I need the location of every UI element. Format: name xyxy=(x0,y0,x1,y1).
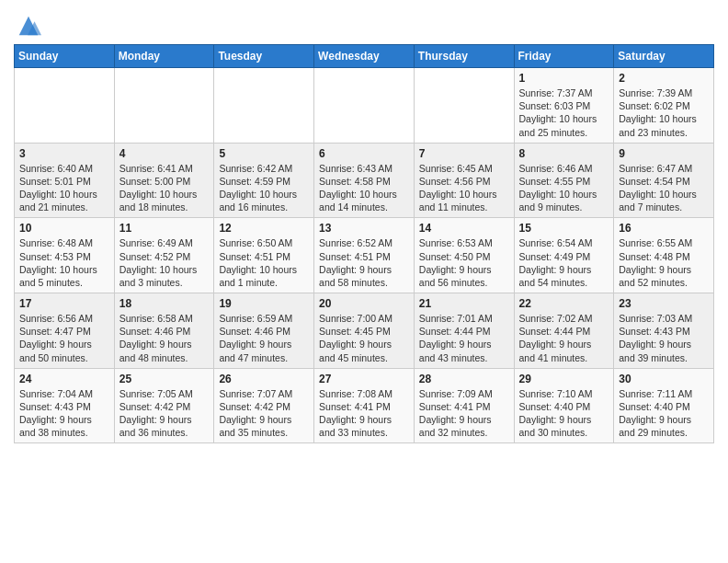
day-number: 15 xyxy=(519,222,609,235)
day-number: 30 xyxy=(619,373,709,385)
calendar-cell: 24Sunrise: 7:04 AMSunset: 4:43 PMDayligh… xyxy=(15,368,115,443)
day-number: 2 xyxy=(619,72,709,85)
day-number: 10 xyxy=(19,222,109,235)
calendar-cell xyxy=(214,68,314,144)
calendar-cell: 16Sunrise: 6:55 AMSunset: 4:48 PMDayligh… xyxy=(614,218,714,293)
day-number: 28 xyxy=(419,373,509,385)
day-info: Sunrise: 6:55 AMSunset: 4:48 PMDaylight:… xyxy=(619,236,709,289)
day-info: Sunrise: 6:54 AMSunset: 4:49 PMDaylight:… xyxy=(519,236,609,289)
day-number: 18 xyxy=(119,297,210,310)
day-number: 7 xyxy=(419,147,509,160)
weekday-header-thursday: Thursday xyxy=(414,45,514,68)
day-info: Sunrise: 7:08 AMSunset: 4:41 PMDaylight:… xyxy=(319,387,409,440)
calendar-cell: 17Sunrise: 6:56 AMSunset: 4:47 PMDayligh… xyxy=(15,293,115,369)
day-info: Sunrise: 7:10 AMSunset: 4:40 PMDaylight:… xyxy=(519,387,609,440)
day-info: Sunrise: 7:05 AMSunset: 4:42 PMDaylight:… xyxy=(119,387,210,440)
calendar-cell: 8Sunrise: 6:46 AMSunset: 4:55 PMDaylight… xyxy=(514,143,614,218)
calendar-cell: 6Sunrise: 6:43 AMSunset: 4:58 PMDaylight… xyxy=(314,143,415,218)
day-number: 1 xyxy=(519,72,609,85)
calendar-cell: 28Sunrise: 7:09 AMSunset: 4:41 PMDayligh… xyxy=(414,368,514,443)
calendar-cell: 10Sunrise: 6:48 AMSunset: 4:53 PMDayligh… xyxy=(15,218,115,293)
calendar-week-3: 10Sunrise: 6:48 AMSunset: 4:53 PMDayligh… xyxy=(15,218,714,293)
header xyxy=(14,9,714,39)
day-number: 24 xyxy=(19,373,109,385)
day-info: Sunrise: 7:37 AMSunset: 6:03 PMDaylight:… xyxy=(519,86,609,139)
calendar-cell: 29Sunrise: 7:10 AMSunset: 4:40 PMDayligh… xyxy=(514,368,614,443)
day-number: 9 xyxy=(619,147,709,160)
weekday-header-monday: Monday xyxy=(114,45,214,68)
calendar-cell xyxy=(15,68,115,144)
calendar-cell: 5Sunrise: 6:42 AMSunset: 4:59 PMDaylight… xyxy=(214,143,314,218)
weekday-row: SundayMondayTuesdayWednesdayThursdayFrid… xyxy=(15,45,714,68)
page: SundayMondayTuesdayWednesdayThursdayFrid… xyxy=(0,0,728,563)
weekday-header-sunday: Sunday xyxy=(15,45,115,68)
day-info: Sunrise: 6:41 AMSunset: 5:00 PMDaylight:… xyxy=(119,162,210,214)
day-number: 11 xyxy=(119,222,210,235)
day-number: 19 xyxy=(219,297,309,310)
calendar-cell: 19Sunrise: 6:59 AMSunset: 4:46 PMDayligh… xyxy=(214,293,314,369)
day-info: Sunrise: 7:11 AMSunset: 4:40 PMDaylight:… xyxy=(619,387,709,440)
calendar-week-5: 24Sunrise: 7:04 AMSunset: 4:43 PMDayligh… xyxy=(15,368,714,443)
day-info: Sunrise: 6:58 AMSunset: 4:46 PMDaylight:… xyxy=(119,312,210,364)
logo xyxy=(14,13,41,39)
day-number: 16 xyxy=(619,222,709,235)
day-number: 23 xyxy=(619,297,709,310)
day-number: 5 xyxy=(219,147,309,160)
day-number: 8 xyxy=(519,147,609,160)
calendar-cell: 26Sunrise: 7:07 AMSunset: 4:42 PMDayligh… xyxy=(214,368,314,443)
calendar-cell: 18Sunrise: 6:58 AMSunset: 4:46 PMDayligh… xyxy=(114,293,214,369)
weekday-header-wednesday: Wednesday xyxy=(314,45,415,68)
day-info: Sunrise: 6:59 AMSunset: 4:46 PMDaylight:… xyxy=(219,312,309,364)
weekday-header-tuesday: Tuesday xyxy=(214,45,314,68)
weekday-header-saturday: Saturday xyxy=(614,45,714,68)
day-number: 25 xyxy=(119,373,210,385)
day-info: Sunrise: 6:40 AMSunset: 5:01 PMDaylight:… xyxy=(19,162,109,214)
day-number: 21 xyxy=(419,297,509,310)
calendar-cell: 27Sunrise: 7:08 AMSunset: 4:41 PMDayligh… xyxy=(314,368,415,443)
day-info: Sunrise: 6:53 AMSunset: 4:50 PMDaylight:… xyxy=(419,236,509,289)
calendar-body: 1Sunrise: 7:37 AMSunset: 6:03 PMDaylight… xyxy=(15,68,714,443)
day-number: 12 xyxy=(219,222,309,235)
day-info: Sunrise: 7:02 AMSunset: 4:44 PMDaylight:… xyxy=(519,312,609,364)
calendar-cell: 22Sunrise: 7:02 AMSunset: 4:44 PMDayligh… xyxy=(514,293,614,369)
day-number: 4 xyxy=(119,147,210,160)
day-number: 6 xyxy=(319,147,409,160)
logo-icon xyxy=(16,13,41,39)
calendar-header: SundayMondayTuesdayWednesdayThursdayFrid… xyxy=(15,45,714,68)
day-info: Sunrise: 7:00 AMSunset: 4:45 PMDaylight:… xyxy=(319,312,409,364)
day-info: Sunrise: 7:09 AMSunset: 4:41 PMDaylight:… xyxy=(419,387,509,440)
day-info: Sunrise: 6:52 AMSunset: 4:51 PMDaylight:… xyxy=(319,236,409,289)
calendar-cell: 20Sunrise: 7:00 AMSunset: 4:45 PMDayligh… xyxy=(314,293,415,369)
calendar-cell: 12Sunrise: 6:50 AMSunset: 4:51 PMDayligh… xyxy=(214,218,314,293)
day-number: 20 xyxy=(319,297,409,310)
day-info: Sunrise: 7:39 AMSunset: 6:02 PMDaylight:… xyxy=(619,86,709,139)
day-info: Sunrise: 6:48 AMSunset: 4:53 PMDaylight:… xyxy=(19,236,109,289)
day-info: Sunrise: 6:47 AMSunset: 4:54 PMDaylight:… xyxy=(619,162,709,214)
calendar-week-2: 3Sunrise: 6:40 AMSunset: 5:01 PMDaylight… xyxy=(15,143,714,218)
day-number: 14 xyxy=(419,222,509,235)
calendar-cell: 7Sunrise: 6:45 AMSunset: 4:56 PMDaylight… xyxy=(414,143,514,218)
day-number: 29 xyxy=(519,373,609,385)
calendar-cell: 13Sunrise: 6:52 AMSunset: 4:51 PMDayligh… xyxy=(314,218,415,293)
day-info: Sunrise: 6:42 AMSunset: 4:59 PMDaylight:… xyxy=(219,162,309,214)
day-info: Sunrise: 7:03 AMSunset: 4:43 PMDaylight:… xyxy=(619,312,709,364)
calendar-week-1: 1Sunrise: 7:37 AMSunset: 6:03 PMDaylight… xyxy=(15,68,714,144)
day-info: Sunrise: 6:50 AMSunset: 4:51 PMDaylight:… xyxy=(219,236,309,289)
calendar-cell: 1Sunrise: 7:37 AMSunset: 6:03 PMDaylight… xyxy=(514,68,614,144)
calendar-cell: 4Sunrise: 6:41 AMSunset: 5:00 PMDaylight… xyxy=(114,143,214,218)
calendar-table: SundayMondayTuesdayWednesdayThursdayFrid… xyxy=(14,44,714,443)
calendar-week-4: 17Sunrise: 6:56 AMSunset: 4:47 PMDayligh… xyxy=(15,293,714,369)
day-number: 27 xyxy=(319,373,409,385)
day-number: 17 xyxy=(19,297,109,310)
calendar-cell xyxy=(314,68,415,144)
calendar-cell xyxy=(414,68,514,144)
day-info: Sunrise: 6:49 AMSunset: 4:52 PMDaylight:… xyxy=(119,236,210,289)
calendar-cell: 9Sunrise: 6:47 AMSunset: 4:54 PMDaylight… xyxy=(614,143,714,218)
day-info: Sunrise: 6:56 AMSunset: 4:47 PMDaylight:… xyxy=(19,312,109,364)
day-info: Sunrise: 6:46 AMSunset: 4:55 PMDaylight:… xyxy=(519,162,609,214)
day-info: Sunrise: 6:45 AMSunset: 4:56 PMDaylight:… xyxy=(419,162,509,214)
calendar-cell: 3Sunrise: 6:40 AMSunset: 5:01 PMDaylight… xyxy=(15,143,115,218)
day-number: 13 xyxy=(319,222,409,235)
calendar-cell: 30Sunrise: 7:11 AMSunset: 4:40 PMDayligh… xyxy=(614,368,714,443)
day-info: Sunrise: 7:04 AMSunset: 4:43 PMDaylight:… xyxy=(19,387,109,440)
